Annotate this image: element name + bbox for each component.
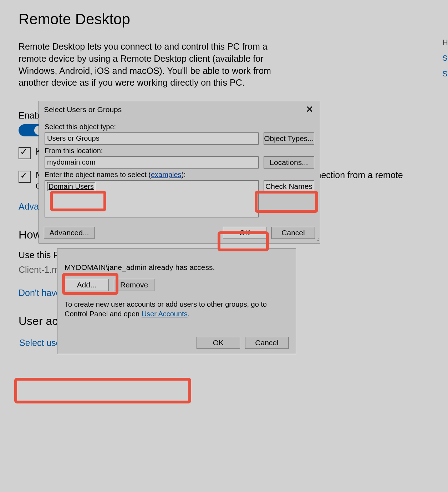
rdp-users-ok-button[interactable]: OK: [197, 337, 240, 349]
examples-link[interactable]: examples: [151, 171, 182, 179]
already-has-access-text: MYDOMAIN\jane_admin already has access.: [65, 263, 289, 272]
location-field: mydomain.com: [45, 156, 259, 169]
dialog-title: Select Users or Groups: [44, 105, 122, 114]
user-accounts-link[interactable]: User Accounts: [142, 310, 188, 318]
location-label: From this location:: [45, 147, 314, 155]
discoverable-checkbox[interactable]: [19, 171, 31, 183]
page-title: Remote Desktop: [19, 11, 429, 28]
object-name-token: Domain Users: [47, 182, 95, 191]
keep-awake-checkbox[interactable]: [19, 147, 31, 159]
select-users-groups-dialog: Select Users or Groups ✕ Select this obj…: [39, 101, 320, 244]
advanced-button[interactable]: Advanced...: [44, 227, 95, 239]
right-edge-peek: H S S: [442, 38, 448, 85]
object-types-button[interactable]: Object Types...: [264, 132, 314, 145]
rdp-users-dialog: MYDOMAIN\jane_admin already has access. …: [57, 248, 296, 354]
create-accounts-note: To create new user accounts or add users…: [65, 300, 289, 319]
object-type-label: Select this object type:: [45, 123, 314, 131]
add-button[interactable]: Add...: [65, 279, 109, 291]
close-icon[interactable]: ✕: [304, 104, 316, 115]
page-description: Remote Desktop lets you connect to and c…: [19, 41, 290, 89]
remove-button[interactable]: Remove: [114, 279, 154, 291]
check-names-button[interactable]: Check Names: [264, 180, 314, 192]
remote-desktop-settings-page: Remote Desktop Remote Desktop lets you c…: [0, 0, 448, 492]
enter-names-label: Enter the object names to select (exampl…: [45, 171, 314, 179]
locations-button[interactable]: Locations...: [264, 156, 314, 169]
cancel-button[interactable]: Cancel: [271, 227, 315, 239]
rdp-users-cancel-button[interactable]: Cancel: [245, 337, 289, 349]
object-names-textarea[interactable]: Domain Users: [45, 180, 259, 217]
resize-grip-icon[interactable]: ..:: [317, 237, 319, 242]
object-type-field: Users or Groups: [45, 132, 259, 145]
ok-button[interactable]: OK: [223, 227, 266, 239]
